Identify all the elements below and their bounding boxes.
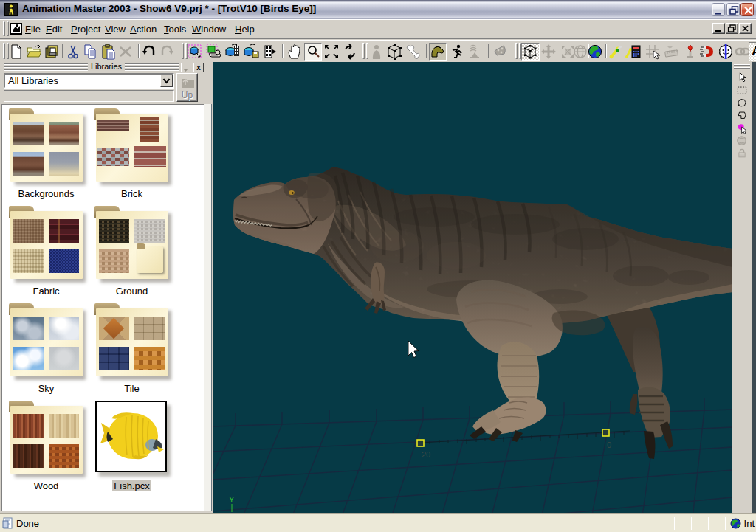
svg-text:0: 0 (607, 441, 611, 449)
svg-text:20: 20 (422, 450, 430, 459)
svg-text:Y: Y (229, 495, 235, 504)
